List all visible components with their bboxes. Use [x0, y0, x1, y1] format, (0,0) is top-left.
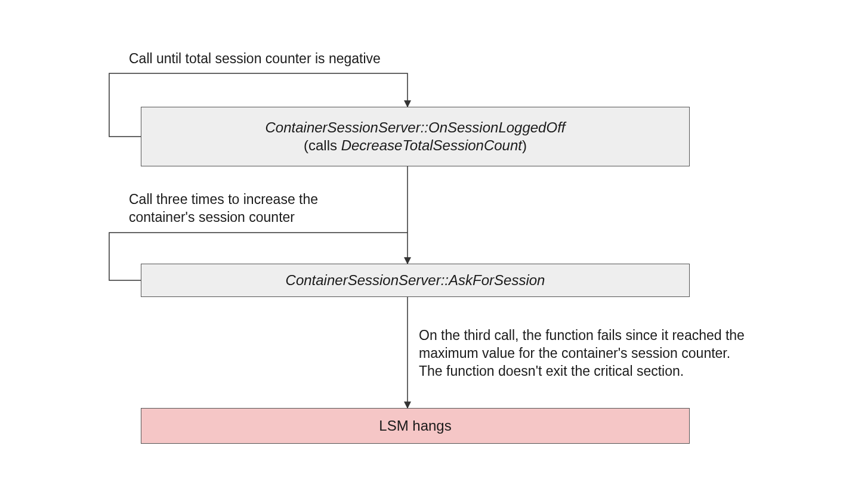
box1-sub-prefix: (calls — [304, 137, 341, 153]
label-bottom-line1: On the third call, the function fails si… — [419, 327, 745, 345]
label-bottom: On the third call, the function fails si… — [419, 327, 745, 381]
box1-sub-suffix: ) — [522, 137, 527, 153]
label-top: Call until total session counter is nega… — [129, 50, 381, 68]
box-on-session-logged-off: ContainerSessionServer::OnSessionLoggedO… — [141, 107, 690, 166]
box-ask-for-session: ContainerSessionServer::AskForSession — [141, 264, 690, 297]
box-lsm-hangs: LSM hangs — [141, 408, 690, 444]
label-middle: Call three times to increase the contain… — [129, 191, 318, 227]
box2-title: ContainerSessionServer::AskForSession — [286, 272, 545, 289]
label-bottom-line2: maximum value for the container's sessio… — [419, 345, 745, 363]
label-bottom-line3: The function doesn't exit the critical s… — [419, 363, 745, 381]
label-middle-line2: container's session counter — [129, 209, 318, 227]
box1-subtitle: (calls DecreaseTotalSessionCount) — [304, 137, 527, 154]
box3-title: LSM hangs — [379, 418, 451, 434]
box1-sub-italic: DecreaseTotalSessionCount — [341, 137, 522, 153]
box1-title: ContainerSessionServer::OnSessionLoggedO… — [266, 119, 566, 136]
diagram-canvas: Call until total session counter is nega… — [0, 0, 852, 504]
label-middle-line1: Call three times to increase the — [129, 191, 318, 209]
